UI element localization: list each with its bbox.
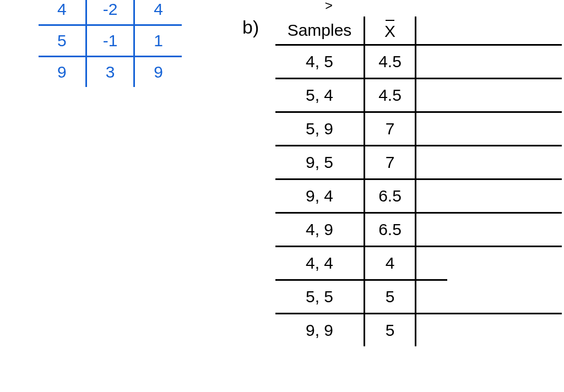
xbar-cell: 7 [365,113,416,145]
table-row: 4, 9 6.5 [275,214,562,247]
table-row: 9, 9 5 [275,314,562,346]
samples-table: Samples X 4, 5 4.5 5, 4 4.5 5, 9 7 9, 5 … [275,17,562,346]
table-row: 4, 4 4 [275,247,447,281]
grid-cell: 3 [87,57,135,87]
table-row: 4, 5 4.5 [275,46,562,79]
grid-row: 4 -2 4 [39,0,182,26]
grid-cell: 5 [39,26,87,56]
col-header-samples: Samples [275,17,365,44]
grid-cell: 9 [135,57,182,87]
left-blue-grid: 4 -2 4 5 -1 1 9 3 9 [39,0,182,87]
xbar-cell: 7 [365,146,416,178]
xbar-cell: 4 [365,247,416,279]
xbar-cell: 4.5 [365,46,416,78]
grid-cell: 4 [135,0,182,24]
col-header-xbar: X [365,17,416,44]
grid-cell: 1 [135,26,182,56]
xbar-cell: 4.5 [365,79,416,111]
sample-cell: 9, 9 [275,314,365,346]
part-label-b: b) [242,17,259,38]
sample-cell: 9, 4 [275,180,365,212]
table-row: 5, 9 7 [275,113,562,146]
table-row: 9, 5 7 [275,146,562,180]
sample-cell: 9, 5 [275,146,365,178]
sample-cell: 5, 4 [275,79,365,111]
sample-cell: 4, 9 [275,214,365,246]
grid-cell: 9 [39,57,87,87]
grid-row: 9 3 9 [39,57,182,87]
xbar-cell: 6.5 [365,180,416,212]
table-header: Samples X [275,17,562,46]
stray-mark: > [324,0,333,13]
xbar-cell: 5 [365,314,416,346]
grid-cell: 4 [39,0,87,24]
sample-cell: 4, 4 [275,247,365,279]
sample-cell: 5, 5 [275,281,365,313]
xbar-cell: 5 [365,281,416,313]
xbar-cell: 6.5 [365,214,416,246]
grid-cell: -1 [87,26,135,56]
table-row: 5, 5 5 [275,281,562,314]
table-row: 9, 4 6.5 [275,180,562,214]
col-header-empty [416,17,562,44]
grid-row: 5 -1 1 [39,26,182,57]
table-row: 5, 4 4.5 [275,79,562,113]
sample-cell: 4, 5 [275,46,365,78]
sample-cell: 5, 9 [275,113,365,145]
grid-cell: -2 [87,0,135,24]
